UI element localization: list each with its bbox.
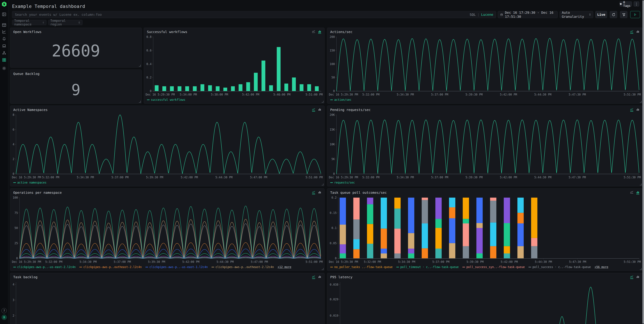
- mode-divider: |: [478, 12, 480, 16]
- svg-text:100: 100: [13, 196, 18, 199]
- svg-text:5:44:30 PM: 5:44:30 PM: [534, 176, 552, 179]
- settings-gear-icon[interactable]: [1, 65, 7, 71]
- query-language-toggle[interactable]: SQL | Lucene: [470, 12, 496, 16]
- legend-item[interactable]: successful workflows: [147, 98, 185, 101]
- svg-text:5:44:30 PM: 5:44:30 PM: [535, 260, 552, 264]
- svg-text:0.2: 0.2: [146, 76, 152, 79]
- temporal-region-filter[interactable]: Temporal region: [48, 20, 82, 25]
- page-scrollbar[interactable]: [642, 0, 644, 324]
- line-chart-toggle-icon[interactable]: [630, 275, 634, 280]
- app-logo-icon[interactable]: [1, 1, 7, 7]
- legend-item[interactable]: poll_timeout · c..-flow-task-queue: [396, 265, 459, 269]
- panel-actions-sec: Actions/sec 050100150200Dec 16 5:29:30 P…: [327, 28, 643, 104]
- bar-chart-toggle-icon[interactable]: [636, 191, 640, 195]
- refresh-button[interactable]: [610, 11, 617, 18]
- granularity-value: Auto Granularity: [562, 10, 589, 18]
- svg-text:5:39:30 PM: 5:39:30 PM: [466, 176, 482, 179]
- help-button[interactable]: ?: [2, 308, 7, 313]
- line-chart-toggle-icon[interactable]: [630, 108, 634, 112]
- bar-chart-toggle-icon[interactable]: [636, 30, 640, 34]
- svg-text:5:47:00 PM: 5:47:00 PM: [250, 176, 267, 179]
- svg-text:4: 4: [12, 143, 14, 146]
- lucene-mode-label[interactable]: Lucene: [481, 12, 493, 16]
- search-bar: SQL | Lucene: [12, 11, 496, 18]
- legend-item[interactable]: active namespaces: [13, 181, 46, 184]
- bar-chart-toggle-icon[interactable]: [318, 30, 322, 34]
- svg-text:5:39:30 PM: 5:39:30 PM: [466, 260, 484, 264]
- svg-text:0.019: 0.019: [330, 314, 338, 317]
- svg-text:0.1: 0.1: [332, 226, 336, 230]
- legend-more-link[interactable]: +56 more: [594, 265, 608, 269]
- panel-task-backlog: Task backlog 234: [10, 273, 324, 324]
- svg-text:5:34:30 PM: 5:34:30 PM: [77, 176, 94, 179]
- line-chart-toggle-icon[interactable]: [630, 191, 634, 195]
- tags-button-label: 0 Tags: [623, 0, 632, 7]
- svg-text:Dec 16 5:29:30 PM: Dec 16 5:29:30 PM: [12, 260, 41, 264]
- legend-item[interactable]: clickpipes-aws-p..outheast-2.l2c4n: [212, 265, 274, 269]
- legend-item[interactable]: poll_success_syn..-flow-task-queue: [462, 265, 525, 269]
- panel-title: Open Workflows: [13, 30, 42, 34]
- line-chart-toggle-icon[interactable]: [312, 30, 316, 34]
- bar-chart-toggle-icon[interactable]: [318, 108, 322, 112]
- bar-chart-toggle-icon[interactable]: [636, 108, 640, 112]
- search-input[interactable]: [12, 12, 470, 16]
- legend-item[interactable]: clickpipes-aws-p..outheast-2.l2c4n: [79, 265, 142, 269]
- svg-text:15K: 15K: [330, 128, 335, 131]
- svg-text:0.029: 0.029: [330, 298, 338, 301]
- alerts-bell-icon[interactable]: [1, 36, 7, 41]
- temporal-namespace-filter[interactable]: Temporal namespace: [12, 20, 46, 25]
- panel-task-queue-poll-outcomes: Task queue poll outcomes/sec 00.050.10.1…: [327, 188, 643, 271]
- legend-item[interactable]: requests/sec: [330, 181, 355, 184]
- svg-text:Dec 16 5:29:30 PM: Dec 16 5:29:30 PM: [329, 260, 358, 264]
- svg-text:5:37:00 PM: 5:37:00 PM: [431, 93, 448, 96]
- svg-text:Dec 16 5:29:30 PM: Dec 16 5:29:30 PM: [146, 93, 175, 96]
- line-chart-toggle-icon[interactable]: [312, 108, 316, 112]
- svg-text:100: 100: [330, 62, 335, 66]
- svg-text:5:51:30 PM: 5:51:30 PM: [624, 93, 641, 96]
- svg-text:5:34:00 PM: 5:34:00 PM: [180, 93, 197, 96]
- panel-successful-workflows: Successful workflows 00.20.40.60.8Dec 16…: [144, 28, 324, 104]
- svg-text:5:51:00 PM: 5:51:00 PM: [306, 176, 323, 179]
- svg-text:5K: 5K: [332, 157, 335, 161]
- svg-text:5:46:00 PM: 5:46:00 PM: [273, 93, 290, 96]
- live-button[interactable]: Live: [595, 11, 607, 18]
- legend-item[interactable]: no_poller_tasks ..-flow-task-queue: [330, 265, 392, 269]
- line-chart-toggle-icon[interactable]: [312, 275, 316, 280]
- live-button-label: Live: [597, 12, 605, 16]
- svg-text:5:51:00 PM: 5:51:00 PM: [306, 93, 323, 96]
- chevron-up-down-icon: [589, 13, 591, 16]
- run-query-button[interactable]: [630, 11, 640, 18]
- dashboards-grid-icon[interactable]: [1, 57, 7, 63]
- chart-legend: successful workflows: [147, 98, 321, 102]
- task-backlog-chart: 234: [12, 281, 323, 324]
- user-avatar[interactable]: D: [2, 315, 7, 320]
- svg-text:0.4: 0.4: [146, 62, 152, 66]
- legend-item[interactable]: poll_success · c..-flow-task-queue: [528, 265, 591, 269]
- legend-item[interactable]: clickpipes-aws-p..-us-east-1.l2c4n: [146, 265, 208, 269]
- sessions-laptop-icon[interactable]: [1, 43, 7, 49]
- collapse-sidebar-icon[interactable]: [1, 11, 7, 17]
- chart-legend: active namespaces: [13, 181, 321, 185]
- bar-chart-toggle-icon[interactable]: [636, 275, 640, 280]
- bar-chart-toggle-icon[interactable]: [318, 275, 322, 280]
- filter-button[interactable]: [620, 11, 628, 18]
- legend-more-link[interactable]: +12 more: [278, 265, 291, 269]
- time-range-picker[interactable]: Dec 16 17:29:30 - Dec 16 17:51:30: [498, 11, 558, 18]
- panel-title: Operations per namespace: [13, 191, 62, 195]
- sql-mode-label[interactable]: SQL: [470, 12, 476, 16]
- actions-sec-chart: 050100150200Dec 16 5:29:30 PM5:32:00 PM5…: [328, 35, 641, 97]
- table-view-icon[interactable]: [1, 22, 7, 28]
- tags-button[interactable]: 0 Tags: [620, 1, 632, 6]
- services-map-icon[interactable]: [1, 50, 7, 56]
- panel-menu-button[interactable]: ⋮: [634, 1, 639, 6]
- granularity-select[interactable]: Auto Granularity: [560, 11, 593, 18]
- legend-item[interactable]: clickpipes-aws-p..-us-east-2.l2c4n: [13, 265, 76, 269]
- bar-chart-toggle-icon[interactable]: [318, 191, 322, 195]
- svg-text:4: 4: [12, 283, 14, 286]
- legend-item[interactable]: action/sec: [330, 98, 351, 101]
- line-chart-toggle-icon[interactable]: [312, 191, 316, 195]
- svg-text:3: 3: [12, 298, 14, 302]
- line-chart-toggle-icon[interactable]: [630, 30, 634, 34]
- chart-explorer-icon[interactable]: [1, 29, 7, 34]
- filter-label: Temporal namespace: [14, 19, 42, 26]
